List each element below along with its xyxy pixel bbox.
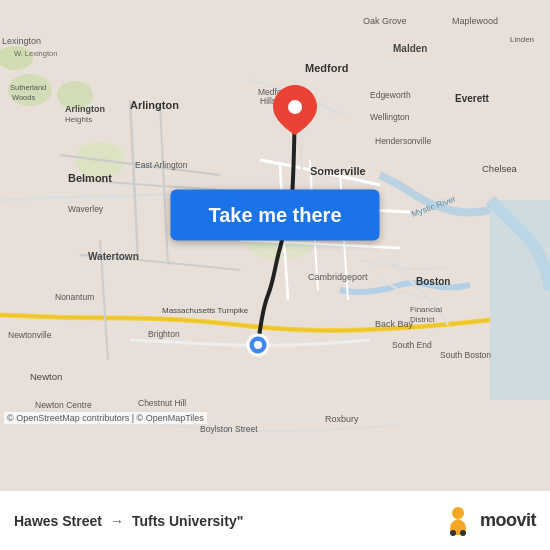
- place-label-arlington: Arlington: [130, 99, 179, 111]
- place-label-newton-centre: Newton Centre: [35, 400, 92, 410]
- take-me-there-button[interactable]: Take me there: [170, 190, 379, 241]
- place-label-edgeworth: Edgeworth: [370, 90, 411, 100]
- route-from: Hawes Street: [14, 513, 102, 529]
- place-label-lexington: Lexington: [2, 36, 41, 46]
- route-to: Tufts University": [132, 513, 243, 529]
- place-label-malden: Malden: [393, 43, 427, 54]
- svg-point-9: [450, 530, 456, 536]
- button-overlay: Take me there: [170, 190, 379, 241]
- place-label-newton: Newton: [30, 371, 62, 382]
- place-label-watertown: Watertown: [88, 251, 139, 262]
- place-label-maplewood: Maplewood: [452, 16, 498, 26]
- moovit-logo: moovit: [440, 503, 536, 539]
- place-label-back-bay: Back Bay: [375, 319, 414, 329]
- place-label-east-arlington: East Arlington: [135, 160, 188, 170]
- place-label-belmont: Belmont: [68, 172, 112, 184]
- place-label-district: District: [410, 315, 435, 324]
- place-label-wellington: Wellington: [370, 112, 410, 122]
- place-label-somerville: Somerville: [310, 165, 366, 177]
- route-arrow: →: [110, 513, 124, 529]
- svg-point-8: [452, 507, 464, 519]
- map-attribution: © OpenStreetMap contributors | © OpenMap…: [4, 412, 207, 424]
- place-label-south-boston: South Boston: [440, 350, 491, 360]
- place-label-woods: Woods: [12, 93, 35, 102]
- bottom-bar: Hawes Street → Tufts University" moovit: [0, 490, 550, 550]
- svg-rect-1: [490, 200, 550, 400]
- place-label-roxbury: Roxbury: [325, 414, 359, 424]
- place-label-financial: Financial: [410, 305, 442, 314]
- moovit-text: moovit: [480, 510, 536, 531]
- place-label-arlington-h2: Heights: [65, 115, 92, 124]
- place-label-oak-grove: Oak Grove: [363, 16, 407, 26]
- place-label-boston: Boston: [416, 276, 450, 287]
- svg-point-10: [460, 530, 466, 536]
- place-label-nonantum: Nonantum: [55, 292, 94, 302]
- place-label-arlington-heights: Arlington: [65, 104, 105, 114]
- moovit-logo-icon: [440, 503, 476, 539]
- place-label-boylston: Boylston Street: [200, 424, 258, 434]
- place-label-chelsea: Chelsea: [482, 163, 518, 174]
- route-info: Hawes Street → Tufts University": [14, 513, 440, 529]
- place-label-hendersonville: Hendersonville: [375, 136, 431, 146]
- place-label-south-end: South End: [392, 340, 432, 350]
- origin-dot-inner: [254, 341, 262, 349]
- place-label-medford: Medford: [305, 62, 348, 74]
- place-label-cambridgeport: Cambridgeport: [308, 272, 368, 282]
- place-label-mass-turnpike: Massachusetts Turnpike: [162, 306, 249, 315]
- place-label-chestnut: Chestnut Hill: [138, 398, 186, 408]
- map-container: Lexington W. Lexington Sutherland Woods …: [0, 0, 550, 490]
- place-label-linden: Linden: [510, 35, 534, 44]
- place-label-sutherland: Sutherland: [10, 83, 46, 92]
- place-label-brighton: Brighton: [148, 329, 180, 339]
- place-label-everett: Everett: [455, 93, 490, 104]
- svg-point-7: [288, 100, 302, 114]
- place-label-wlexington: W. Lexington: [14, 49, 57, 58]
- place-label-newtonville: Newtonville: [8, 330, 52, 340]
- place-label-waverley: Waverley: [68, 204, 104, 214]
